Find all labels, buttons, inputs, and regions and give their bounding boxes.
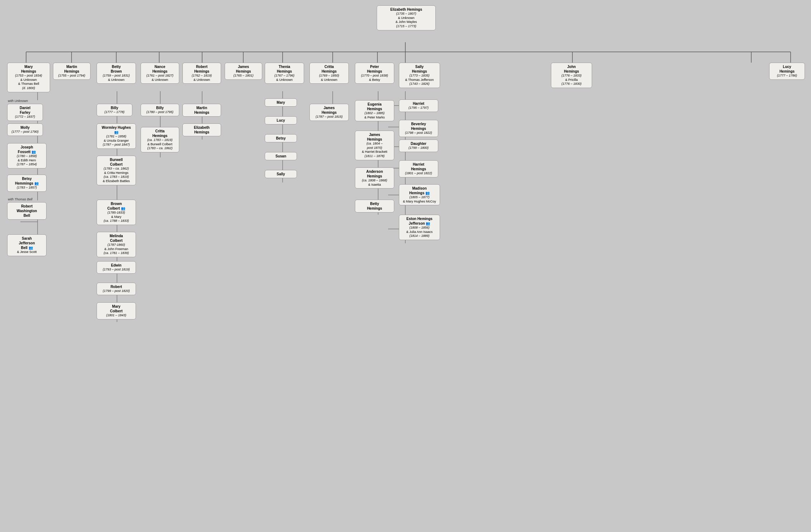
node-beverley-hemings: BeverleyHemings (1798 – post 1822) <box>399 120 438 137</box>
node-billy-betty: Billy (1777 – 1778) <box>97 104 132 116</box>
node-robert-betty: Robert (1799 – post 1820) <box>97 283 136 295</box>
node-robert-hemings: RobertHemings (1762 – 1819) & Unknown <box>182 63 221 84</box>
section-bell-label: with Thomas Bell <box>8 197 33 201</box>
node-joseph-fossett: JosephFossett 👥 (1780 – 1858) & Edith He… <box>7 143 47 169</box>
node-harriet-hemings-1801: HarrietHemings (1801 – post 1822) <box>399 160 438 177</box>
section-unknown-label: with Unknown <box>8 99 28 103</box>
node-edwin: Edwin (1793 – post 1819) <box>97 261 136 274</box>
node-james-hemings: JamesHemings (1765 – 1801) <box>225 63 262 80</box>
node-betsy: Betsy <box>265 134 297 142</box>
node-daniel-farley: DanielFarley (1772 – 1837) <box>7 104 43 121</box>
node-eugenia-hemings: EugeniaHemings (1802 – 1885) & Peter Mar… <box>355 100 394 121</box>
node-harriet-1795: Harriet (1795 – 1797) <box>399 99 438 112</box>
family-tree: Elizabeth Hemings (1735 – 1807) & Unknow… <box>0 0 811 532</box>
node-daughter: Daughter (1799 – 1800) <box>399 140 438 152</box>
node-lucy-hemings: LucyHemings (1777 – 1786) <box>769 63 805 80</box>
node-molly: Molly (1777 – post 1790) <box>7 123 43 136</box>
root-node-elizabeth-hemings: Elizabeth Hemings (1735 – 1807) & Unknow… <box>377 5 436 30</box>
node-peter-hemings: PeterHemings (1770 – post 1838) & Betsy <box>355 63 394 84</box>
node-mary-colbert: MaryColbert (1801 – 1843) <box>97 302 136 319</box>
node-wormley-hughes: Wormley Hughes 👥 (1781 – 1858) & Ursula … <box>97 123 136 149</box>
node-madison-hemings: MadisonHemings 👥 (1805 – 1877) & Mary Hu… <box>399 184 440 205</box>
node-betty-brown: BettyBrown (1759 – post 1831) & Unknown <box>97 63 136 84</box>
node-sarah-jefferson-bell: SarahJeffersonBell 👥 & Jesse Scott <box>7 234 47 256</box>
node-sally: Sally <box>265 170 297 178</box>
node-thenia-hemings: TheniaHemings (1767 – 1796) & Unknown <box>265 63 304 84</box>
root-partner2-dates: (1715 – 1773) <box>379 24 433 29</box>
root-partner1: & Unknown <box>379 16 433 20</box>
node-burwell-colbert: BurwellColbert (1783 – ca. 1862) & Critt… <box>97 156 136 185</box>
node-lucy: Lucy <box>265 116 297 125</box>
node-betsy-hemmings: BetsyHemmings 👥 (1783 – 1857) <box>7 175 47 192</box>
node-john-hemings: JohnHemings (1776 – 1833) & Pricilla (17… <box>551 63 592 88</box>
node-robert-washington-bell: RobertWashingtonBell <box>7 202 47 220</box>
node-susan: Susan <box>265 152 297 160</box>
node-martin-hemings-child: MartinHemings <box>182 104 221 117</box>
root-dates: (1735 – 1807) <box>379 12 433 16</box>
node-nance-hemings: NanceHemings (1761 – post 1827) & Unknow… <box>141 63 179 84</box>
node-billy-nance: Billy (1780 – post 1795) <box>141 104 179 116</box>
node-mary-hemings: MaryHemings (1753 – post 1834) & Unknown… <box>7 63 50 92</box>
node-james-hemings-critta: JamesHemings (1787 – post 1815) <box>309 104 349 121</box>
node-mary-thenia: Mary <box>265 98 297 107</box>
node-anderson-hemings: AndersonHemings (ca. 1808 – 1868) & Isae… <box>355 167 394 189</box>
root-name: Elizabeth Hemings <box>379 7 433 12</box>
node-elizabeth-hemings-child: ElizabethHemings <box>182 123 221 136</box>
node-brown-colbert: BrownColbert 👥 (1785-1833) & Mary (ca. 1… <box>97 200 136 225</box>
node-eston-hemings-jefferson: Eston HemingsJefferson 👥 (1808 – 1856) &… <box>399 215 440 240</box>
node-sally-hemings: SallyHemings (1773 – 1835) & Thomas Jeff… <box>399 63 440 88</box>
node-martin-hemings: MartinHemings (1755 – post 1794) <box>53 63 91 80</box>
root-partner2: & John Wayles <box>379 20 433 24</box>
node-melinda-colbert: MelindaColbert (1787-1860) & John Freema… <box>97 232 136 257</box>
node-critta-hemings-child: CrittaHemings (ca. 1783 – 1819) & Burwel… <box>141 127 179 152</box>
node-betty-hemings-peter: BettyHemings <box>355 200 394 213</box>
node-james-hemings-peter: JamesHemings (ca. 1804 –post 1870) & Har… <box>355 131 394 160</box>
node-critta-hemings-main: CrittaHemings (1769 – 1850) & Unknown <box>309 63 349 84</box>
